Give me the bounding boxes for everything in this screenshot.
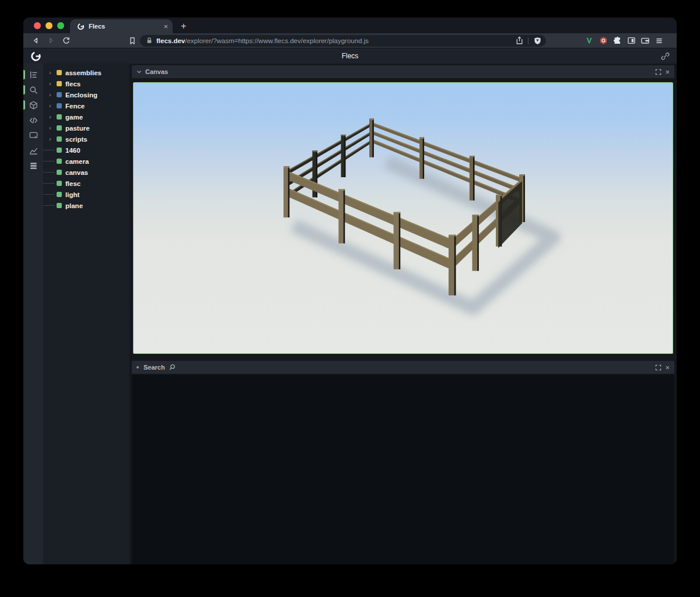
expander-chevron-icon[interactable]: ›	[49, 136, 57, 142]
browser-toolbar: flecs.dev/explorer/?wasm=https://www.fle…	[23, 33, 677, 48]
cube-icon	[29, 101, 38, 110]
entity-tree: ›assemblies›flecs›Enclosing›Fence›game›p…	[43, 64, 130, 564]
close-panel-icon[interactable]: ×	[665, 68, 670, 76]
menu-icon[interactable]	[652, 34, 666, 47]
tree-item[interactable]: plane	[43, 200, 130, 211]
tool-inspector[interactable]	[23, 128, 43, 143]
tool-tables[interactable]	[23, 158, 43, 173]
entity-color-square	[57, 81, 62, 86]
entity-color-square	[57, 70, 62, 75]
entity-color-square	[57, 181, 62, 186]
tab-strip: Flecs × +	[23, 17, 677, 33]
share-icon[interactable]	[514, 34, 524, 47]
tab-title: Flecs	[89, 23, 159, 30]
tree-item[interactable]: ›scripts	[43, 134, 130, 145]
tree-item[interactable]: light	[43, 189, 130, 200]
tree-item[interactable]: ›pasture	[43, 122, 130, 134]
fullscreen-icon[interactable]	[655, 69, 662, 75]
tree-icon	[29, 71, 38, 79]
back-button[interactable]	[28, 34, 43, 47]
reload-button[interactable]	[58, 34, 74, 47]
tree-item[interactable]: flesc	[43, 178, 130, 189]
entity-label: assemblies	[65, 69, 102, 76]
expander-chevron-icon[interactable]: ›	[49, 125, 57, 131]
brave-shield-icon[interactable]	[532, 34, 542, 47]
tree-item[interactable]: ›assemblies	[43, 67, 130, 78]
tree-item[interactable]: 1460	[43, 145, 130, 156]
main-area: ›assemblies›flecs›Enclosing›Fence›game›p…	[23, 64, 677, 564]
tree-item[interactable]: ›Fence	[43, 100, 130, 111]
screen-icon	[29, 131, 38, 140]
hexagon-extension-icon[interactable]	[596, 34, 610, 47]
entity-color-square	[57, 125, 62, 131]
content-area: Canvas × Search ×	[130, 64, 677, 564]
share-link-icon[interactable]	[661, 52, 670, 61]
tree-item[interactable]: ›game	[43, 111, 130, 122]
entity-label: light	[65, 191, 79, 198]
url-bar[interactable]: flecs.dev/explorer/?wasm=https://www.fle…	[140, 35, 546, 47]
tool-canvas-3d[interactable]	[23, 97, 43, 113]
urlbar-divider	[528, 37, 528, 44]
entity-label: plane	[65, 202, 83, 209]
active-panel-indicator	[23, 70, 25, 79]
code-icon	[29, 116, 38, 125]
expander-chevron-icon[interactable]: ›	[49, 103, 57, 109]
close-window-button[interactable]	[34, 22, 41, 29]
vue-letter: V	[587, 36, 592, 45]
expander-chevron-icon[interactable]: ›	[49, 80, 57, 87]
forward-button[interactable]	[43, 34, 58, 47]
tool-query-search[interactable]	[23, 82, 43, 97]
entity-color-square	[57, 148, 62, 153]
tool-entity-tree[interactable]	[23, 67, 43, 82]
wallet-icon[interactable]	[638, 34, 652, 47]
tool-code-editor[interactable]	[23, 113, 43, 128]
url-path: /explorer/?wasm=https://www.flecs.dev/ex…	[185, 37, 510, 44]
active-panel-indicator	[23, 100, 25, 110]
entity-color-square	[57, 159, 62, 164]
entity-label: Enclosing	[65, 92, 97, 99]
entity-label: Fence	[65, 103, 85, 110]
collapse-chevron-icon[interactable]	[136, 69, 142, 74]
minimize-window-button[interactable]	[46, 22, 52, 29]
bookmark-icon[interactable]	[125, 34, 140, 47]
tool-statistics[interactable]	[23, 143, 43, 158]
browser-tab[interactable]: Flecs ×	[70, 19, 173, 33]
tab-close-icon[interactable]: ×	[163, 23, 168, 30]
canvas-3d-viewport[interactable]	[133, 82, 673, 354]
expander-chevron-icon[interactable]: ›	[49, 92, 57, 98]
canvas-panel-title: Canvas	[145, 68, 168, 75]
fullscreen-icon[interactable]	[655, 364, 662, 371]
close-panel-icon[interactable]: ×	[665, 364, 670, 371]
entity-label: flesc	[65, 180, 80, 187]
entity-color-square	[57, 114, 62, 120]
url-domain: flecs.dev	[156, 37, 185, 44]
tree-item[interactable]: canvas	[43, 167, 130, 178]
vue-devtools-icon[interactable]: V	[582, 34, 596, 47]
extensions-puzzle-icon[interactable]	[610, 34, 624, 47]
flecs-favicon-icon	[77, 23, 85, 30]
search-panel-header: Search ×	[132, 361, 674, 374]
entity-label: pasture	[65, 125, 90, 132]
app-title: Flecs	[23, 52, 677, 60]
entity-color-square	[57, 92, 62, 97]
canvas-panel-header: Canvas ×	[132, 65, 674, 78]
entity-color-square	[57, 192, 62, 197]
search-icon	[29, 86, 38, 94]
rows-icon	[29, 161, 38, 170]
entity-color-square	[57, 103, 62, 108]
entity-label: flecs	[65, 80, 80, 87]
chart-icon	[29, 146, 38, 155]
expander-chevron-icon[interactable]: ›	[49, 69, 57, 76]
entity-color-square	[57, 203, 62, 208]
tree-item[interactable]: camera	[43, 156, 130, 167]
entity-color-square	[57, 136, 62, 142]
new-tab-button[interactable]: +	[181, 21, 186, 33]
tree-item[interactable]: ›Enclosing	[43, 89, 130, 100]
tree-item[interactable]: ›flecs	[43, 78, 130, 89]
collapsed-dot-icon[interactable]	[136, 366, 139, 368]
sidebar-toggle-icon[interactable]	[624, 34, 638, 47]
zoom-window-button[interactable]	[57, 22, 64, 29]
expander-chevron-icon[interactable]: ›	[49, 114, 57, 120]
fence-scene	[134, 83, 673, 353]
entity-label: scripts	[65, 136, 88, 143]
